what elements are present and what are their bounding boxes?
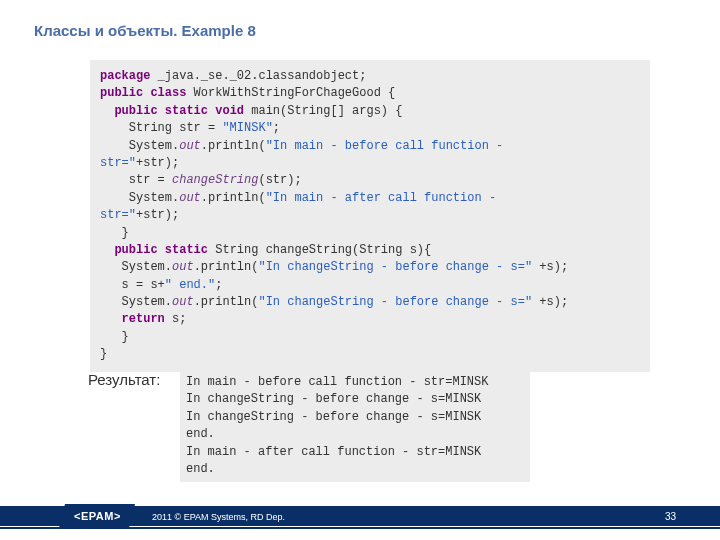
kw-return: return bbox=[122, 312, 165, 326]
out2: out bbox=[179, 191, 201, 205]
decl-str: String str = bbox=[100, 121, 222, 135]
semi1: ; bbox=[273, 121, 280, 135]
kw-ps: public static bbox=[114, 243, 208, 257]
out3: out bbox=[172, 260, 194, 274]
change-sig: String changeString(String s){ bbox=[208, 243, 431, 257]
footer: <EPAM> 2011 © EPAM Systems, RD Dep. 33 bbox=[0, 504, 720, 540]
sysout4b: .println( bbox=[194, 295, 259, 309]
brace-close3: } bbox=[100, 347, 107, 361]
kw-package: package bbox=[100, 69, 150, 83]
out4: out bbox=[172, 295, 194, 309]
assign-s: s = s+ bbox=[100, 278, 165, 292]
kw-public-class: public class bbox=[100, 86, 186, 100]
lit-minsk: "MINSK" bbox=[222, 121, 272, 135]
return-tail: s; bbox=[165, 312, 187, 326]
sysout1a: System. bbox=[100, 139, 179, 153]
plus-str1: +str); bbox=[136, 156, 179, 170]
pkg-name: _java._se._02.classandobject; bbox=[150, 69, 366, 83]
plus-str2: +str); bbox=[136, 208, 179, 222]
copyright: 2011 © EPAM Systems, RD Dep. bbox=[152, 512, 285, 522]
result-label: Результат: bbox=[88, 371, 160, 388]
class-name: WorkWithStringForChageGood { bbox=[186, 86, 395, 100]
slide-title: Классы и объекты. Example 8 bbox=[34, 22, 256, 39]
call-change-a: str = bbox=[100, 173, 172, 187]
output-block: In main - before call function - str=MIN… bbox=[180, 372, 530, 482]
main-sig: main(String[] args) { bbox=[244, 104, 402, 118]
plus-s1: +s); bbox=[532, 260, 568, 274]
sysout4a: System. bbox=[100, 295, 172, 309]
sysout2a: System. bbox=[100, 191, 179, 205]
call-change-tail: (str); bbox=[258, 173, 301, 187]
changeString-call: changeString bbox=[172, 173, 258, 187]
brace-close2: } bbox=[100, 330, 129, 344]
out1: out bbox=[179, 139, 201, 153]
lit-cs1: "In changeString - before change - s=" bbox=[258, 260, 532, 274]
sysout3b: .println( bbox=[194, 260, 259, 274]
lit-end: " end." bbox=[165, 278, 215, 292]
semi2: ; bbox=[215, 278, 222, 292]
page-number: 33 bbox=[665, 511, 676, 522]
sysout1b: .println( bbox=[201, 139, 266, 153]
sysout2b: .println( bbox=[201, 191, 266, 205]
sysout3a: System. bbox=[100, 260, 172, 274]
plus-s2: +s); bbox=[532, 295, 568, 309]
kw-psv: public static void bbox=[114, 104, 244, 118]
epam-logo: <EPAM> bbox=[59, 504, 135, 528]
code-block: package _java._se._02.classandobject; pu… bbox=[90, 60, 650, 372]
lit-cs2: "In changeString - before change - s=" bbox=[258, 295, 532, 309]
brace-close1: } bbox=[100, 226, 129, 240]
